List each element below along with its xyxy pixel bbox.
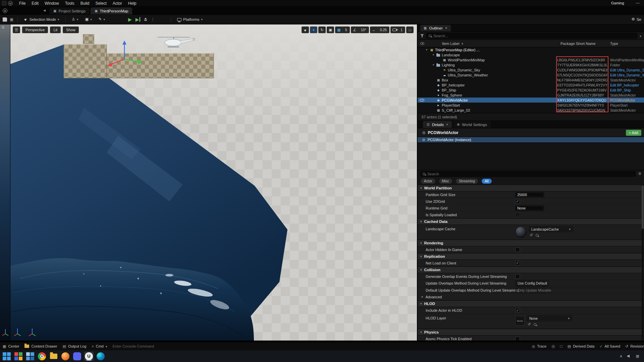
viewport-menu-icon[interactable] xyxy=(2,26,4,29)
menu-item[interactable]: File xyxy=(16,0,29,6)
landscape-cache-thumbnail[interactable] xyxy=(515,226,527,238)
filter-pill[interactable]: Actor xyxy=(421,179,435,184)
import-content-icon[interactable] xyxy=(10,17,13,21)
hlod-layer-thumbnail[interactable]: None xyxy=(515,316,525,325)
use-selected-asset-icon[interactable] xyxy=(530,233,533,237)
revision-control-button[interactable]: Revision Control xyxy=(625,344,644,348)
expand-caret[interactable]: ▾ xyxy=(432,63,435,66)
save-status[interactable]: All Saved xyxy=(599,344,620,348)
floating-cube[interactable] xyxy=(83,35,94,44)
move-tool-button[interactable] xyxy=(310,26,317,33)
filter-pill[interactable]: Streaming xyxy=(456,179,478,184)
platforms-dropdown[interactable]: Platforms xyxy=(175,16,205,22)
add-component-button[interactable]: + Add xyxy=(626,130,641,136)
rotate-tool-button[interactable] xyxy=(318,26,326,33)
hlod-layer-dropdown[interactable]: None xyxy=(527,315,572,321)
tab-details[interactable]: Details xyxy=(423,121,452,128)
advanced-expander[interactable]: Advanced xyxy=(418,294,644,300)
taskbar-app-colored-grid[interactable] xyxy=(14,352,23,361)
column-item-label[interactable]: Item Label ▲ xyxy=(442,42,464,46)
actor-type-link[interactable]: Edit Ultra_Dynamic_Weather xyxy=(610,73,644,77)
taskbar-chrome-icon[interactable] xyxy=(37,352,47,361)
browse-to-asset-icon[interactable] xyxy=(534,323,536,326)
settings-dropdown[interactable]: Se xyxy=(630,16,643,22)
actor-type-link[interactable]: Edit Ultra_Dynamic_Sky xyxy=(610,68,644,72)
selection-mode-dropdown[interactable]: Selection Mode xyxy=(22,16,61,22)
taskbar-app-orange-icon[interactable] xyxy=(61,352,70,361)
actor-type-link[interactable]: PlayerStart xyxy=(610,103,644,107)
viewport-scene[interactable] xyxy=(0,24,417,341)
actor-type-link[interactable]: StaticMeshActor xyxy=(610,108,644,112)
checkered-wall-long[interactable] xyxy=(107,53,214,78)
tab-outliner[interactable]: Outliner xyxy=(420,25,451,32)
generate-overlap-checkbox[interactable] xyxy=(515,274,520,279)
component-instance-row[interactable]: PCGWorldActor (Instance) xyxy=(418,137,644,143)
grid-snap-value[interactable]: 5 xyxy=(342,26,350,33)
outliner-row[interactable]: PlayerStart SWSI13675DVYIZ0N4NF7Y3 Playe… xyxy=(418,103,644,108)
grid-snap-toggle[interactable] xyxy=(335,26,342,33)
viewport-options-menu[interactable] xyxy=(13,26,20,33)
category-collision[interactable]: Collision xyxy=(418,266,644,273)
menu-item[interactable]: Select xyxy=(92,0,109,6)
outliner-row[interactable]: ▾ Lighting TY7TSUER9KKGHX2BMKSL0L Folder xyxy=(418,62,644,67)
close-tab-icon[interactable] xyxy=(446,123,448,126)
outliner-row[interactable]: ▾ Landscape xyxy=(418,52,644,57)
runtime-grid-field[interactable]: None xyxy=(515,205,544,211)
outliner-row[interactable]: BP_Ship PYGE4S2FE78ZAO6UMT168V Edit BP_S… xyxy=(418,87,644,93)
windows-start-button[interactable] xyxy=(2,352,11,361)
menu-item[interactable]: Edit xyxy=(29,0,42,6)
category-world-partition[interactable]: World Partition xyxy=(418,185,644,191)
outliner-row[interactable]: Box NLF79RHHME9ZSKMYJ2RDR2 StaticMeshAct… xyxy=(418,77,644,82)
filter-funnel-icon[interactable] xyxy=(420,34,424,38)
menu-item[interactable]: Actor xyxy=(110,0,125,6)
actor-type-link[interactable]: StaticMeshActor xyxy=(610,78,644,82)
menu-item[interactable]: Tools xyxy=(62,0,77,6)
filter-pill[interactable]: All xyxy=(482,179,492,184)
center-button[interactable]: Center xyxy=(3,344,19,348)
outliner-row[interactable]: BP_helicopter E5TTO202HRHTLFRWLRY2VY Edi… xyxy=(418,82,644,87)
trace-button[interactable]: Trace xyxy=(532,344,546,348)
cmd-dropdown[interactable]: Cmd xyxy=(92,344,107,348)
maximize-viewport-button[interactable] xyxy=(406,26,414,33)
browse-to-asset-icon[interactable] xyxy=(536,234,538,237)
content-drawer-button[interactable]: Content Drawer xyxy=(24,344,57,348)
expand-caret[interactable]: ▾ xyxy=(425,48,428,51)
screenshot-icon[interactable] xyxy=(560,344,562,348)
column-package-short-name[interactable]: Package Short Name xyxy=(560,42,596,46)
category-rendering[interactable]: Rendering xyxy=(418,240,644,246)
menu-item[interactable]: Help xyxy=(125,0,140,6)
taskbar-unreal-engine-icon[interactable]: U xyxy=(84,352,94,361)
tray-network-icon[interactable] xyxy=(636,354,639,358)
taskbar-edge-icon[interactable] xyxy=(96,352,105,361)
category-hlod[interactable]: HLOD xyxy=(418,300,644,307)
landscape-cache-dropdown[interactable]: LandscapeCache xyxy=(529,226,573,232)
rotation-snap-value[interactable]: 10° xyxy=(358,26,369,33)
close-tab-icon[interactable] xyxy=(445,26,447,30)
camera-speed-value[interactable]: 1 xyxy=(398,26,405,33)
include-hlod-checkbox[interactable] xyxy=(515,308,520,313)
column-type[interactable]: Type xyxy=(610,42,618,46)
filter-pill[interactable]: Misc xyxy=(439,179,452,184)
menu-item[interactable]: Build xyxy=(77,0,93,6)
async-physics-tick-checkbox[interactable] xyxy=(515,337,520,341)
outliner-row[interactable]: PCGWorldActor X4IYL934YQEXYGA5O7D6QU PCG… xyxy=(418,98,644,103)
outliner-row[interactable]: Ultra_Dynamic_Sky CUDLFWMS0M0RJP9OMPNE8 … xyxy=(418,67,644,72)
outliner-row[interactable]: Fog_Sphere GJMTRA2EI9U5J1ZYJBF88Y Static… xyxy=(418,93,644,98)
scale-tool-button[interactable] xyxy=(327,26,334,33)
details-view-options-icon[interactable] xyxy=(638,172,641,176)
insights-icon[interactable] xyxy=(551,344,555,348)
frame-skip-button[interactable] xyxy=(136,17,140,22)
console-command-input[interactable] xyxy=(113,344,163,348)
actor-type-link[interactable]: PCGWorldActor xyxy=(610,98,644,102)
expand-caret[interactable]: ▾ xyxy=(432,53,435,56)
outliner-search-input[interactable] xyxy=(433,34,635,38)
menu-item[interactable]: Window xyxy=(42,0,62,6)
editor-tab[interactable]: ThirdPersonMap xyxy=(91,7,132,14)
taskbar-app-blue-grid[interactable] xyxy=(25,352,35,361)
minimize-button[interactable]: — xyxy=(636,1,640,5)
actor-type-link[interactable]: Edit BP_Ship xyxy=(610,88,644,92)
unreal-logo-icon[interactable] xyxy=(8,1,13,6)
level-viewport[interactable]: Perspective Lit Show 5 10° 0.25 xyxy=(0,24,417,341)
volume-icon[interactable] xyxy=(627,355,631,358)
use-2dgrid-checkbox[interactable] xyxy=(515,199,520,204)
